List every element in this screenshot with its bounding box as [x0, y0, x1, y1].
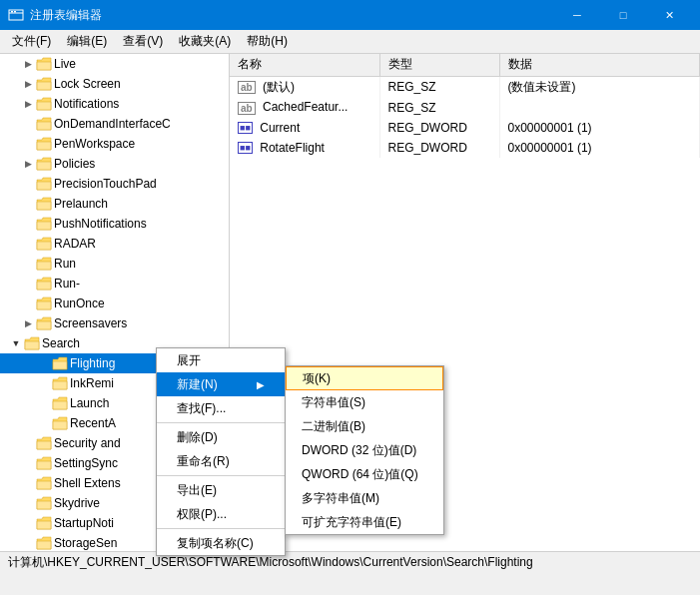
tree-label: Shell Extens: [54, 476, 121, 490]
tree-item-run[interactable]: Run: [0, 254, 229, 274]
title-bar: 注册表编辑器 ─ □ ✕: [0, 0, 700, 30]
menu-edit[interactable]: 编辑(E): [59, 31, 115, 52]
tree-item-screensavers[interactable]: ▶ Screensavers: [0, 313, 229, 333]
tree-arrow: ▶: [20, 59, 36, 69]
folder-icon: [36, 516, 52, 530]
tree-label: SettingSync: [54, 456, 118, 470]
folder-icon: [36, 297, 52, 310]
table-row[interactable]: ab CachedFeatur... REG_SZ: [230, 98, 700, 118]
tree-label: Skydrive: [54, 496, 100, 510]
ctx-separator: [157, 422, 285, 423]
tree-label: RADAR: [54, 237, 96, 251]
tree-item-radar[interactable]: RADAR: [0, 234, 229, 254]
tree-item-penworkspace[interactable]: PenWorkspace: [0, 134, 229, 154]
submenu-item-binary[interactable]: 二进制值(B): [286, 414, 443, 438]
folder-icon: [36, 277, 52, 291]
tree-label: StartupNoti: [54, 516, 114, 530]
folder-icon: [52, 396, 68, 410]
tree-item-run-dash[interactable]: Run-: [0, 274, 229, 294]
tree-arrow: ▶: [20, 99, 36, 109]
ctx-rename[interactable]: 重命名(R): [157, 449, 285, 473]
svg-rect-3: [14, 11, 16, 13]
close-button[interactable]: ✕: [646, 0, 692, 30]
ctx-expand[interactable]: 展开: [157, 348, 285, 372]
ctx-separator-3: [157, 528, 285, 529]
app-icon: [8, 7, 24, 23]
ctx-export[interactable]: 导出(E): [157, 478, 285, 502]
folder-icon-open: [24, 336, 40, 350]
tree-label: Search: [42, 336, 80, 350]
menu-file[interactable]: 文件(F): [4, 31, 59, 52]
folder-icon: [36, 117, 52, 131]
ctx-new[interactable]: 新建(N) ▶: [157, 372, 285, 396]
reg-data: (数值未设置): [499, 76, 700, 98]
reg-name: ■■ RotateFlight: [230, 138, 379, 158]
submenu-item-dword[interactable]: DWORD (32 位)值(D): [286, 438, 443, 462]
folder-icon: [36, 77, 52, 91]
reg-dword-icon: ■■: [238, 122, 253, 134]
tree-label: PenWorkspace: [54, 137, 135, 151]
ctx-new-label: 新建(N): [177, 376, 218, 393]
tree-item-notifications[interactable]: ▶ Notifications: [0, 94, 229, 114]
tree-label: PushNotifications: [54, 217, 147, 231]
folder-icon: [36, 476, 52, 490]
tree-item-runonce[interactable]: RunOnce: [0, 294, 229, 313]
status-path: 计算机\HKEY_CURRENT_USER\SOFTWARE\Microsoft…: [8, 554, 533, 571]
tree-label: Run: [54, 257, 76, 271]
table-row[interactable]: ■■ Current REG_DWORD 0x00000001 (1): [230, 118, 700, 138]
folder-icon: [36, 57, 52, 71]
tree-item-live[interactable]: ▶ Live: [0, 54, 229, 74]
ctx-permissions[interactable]: 权限(P)...: [157, 502, 285, 526]
tree-item-policies[interactable]: ▶ Policies: [0, 154, 229, 174]
tree-label: PrecisionTouchPad: [54, 177, 157, 191]
col-header-type[interactable]: 类型: [379, 54, 499, 76]
folder-icon: [36, 157, 52, 171]
reg-type: REG_SZ: [379, 98, 499, 118]
folder-icon: [36, 257, 52, 271]
reg-type: REG_DWORD: [379, 138, 499, 158]
col-header-data[interactable]: 数据: [499, 54, 700, 76]
reg-data: 0x00000001 (1): [499, 118, 700, 138]
tree-label: Policies: [54, 157, 95, 171]
tree-label: Launch: [70, 396, 109, 410]
submenu-item-string[interactable]: 字符串值(S): [286, 390, 443, 414]
ctx-copy-name[interactable]: 复制项名称(C): [157, 531, 285, 555]
menu-view[interactable]: 查看(V): [115, 31, 171, 52]
tree-label: Run-: [54, 277, 80, 291]
tree-label: Lock Screen: [54, 77, 121, 91]
registry-table: 名称 类型 数据 ab (默认) REG_SZ (数值未设置): [230, 54, 700, 158]
tree-label: Flighting: [70, 356, 115, 370]
minimize-button[interactable]: ─: [554, 0, 600, 30]
menu-help[interactable]: 帮助(H): [239, 31, 296, 52]
context-menu: 展开 新建(N) ▶ 查找(F)... 删除(D) 重命名(R) 导出(E) 权…: [156, 347, 286, 556]
tree-item-pushnotifications[interactable]: PushNotifications: [0, 214, 229, 234]
status-bar: 计算机\HKEY_CURRENT_USER\SOFTWARE\Microsoft…: [0, 551, 700, 573]
maximize-button[interactable]: □: [600, 0, 646, 30]
tree-item-ondemand[interactable]: OnDemandInterfaceC: [0, 114, 229, 134]
submenu-item-multistring[interactable]: 多字符串值(M): [286, 486, 443, 510]
tree-arrow: ▶: [20, 159, 36, 169]
ctx-separator-2: [157, 475, 285, 476]
ctx-find[interactable]: 查找(F)...: [157, 396, 285, 420]
tree-item-precisiontouchpad[interactable]: PrecisionTouchPad: [0, 174, 229, 194]
tree-label: Security and: [54, 436, 121, 450]
tree-label: RunOnce: [54, 297, 105, 310]
table-row[interactable]: ■■ RotateFlight REG_DWORD 0x00000001 (1): [230, 138, 700, 158]
table-row[interactable]: ab (默认) REG_SZ (数值未设置): [230, 76, 700, 98]
folder-icon: [36, 456, 52, 470]
folder-icon: [36, 237, 52, 251]
tree-item-prelaunch[interactable]: Prelaunch: [0, 194, 229, 214]
tree-label: OnDemandInterfaceC: [54, 117, 171, 131]
folder-icon: [36, 197, 52, 211]
submenu-item-qword[interactable]: QWORD (64 位)值(Q): [286, 462, 443, 486]
submenu-item-expandstring[interactable]: 可扩充字符串值(E): [286, 510, 443, 534]
tree-label: StorageSen: [54, 536, 117, 550]
tree-arrow: ▼: [8, 338, 24, 348]
tree-item-lockscreen[interactable]: ▶ Lock Screen: [0, 74, 229, 94]
menu-favorites[interactable]: 收藏夹(A): [171, 31, 239, 52]
col-header-name[interactable]: 名称: [230, 54, 379, 76]
folder-icon: [36, 496, 52, 510]
tree-label: RecentA: [70, 416, 116, 430]
submenu-item-key[interactable]: 项(K): [286, 366, 443, 390]
ctx-delete[interactable]: 删除(D): [157, 425, 285, 449]
